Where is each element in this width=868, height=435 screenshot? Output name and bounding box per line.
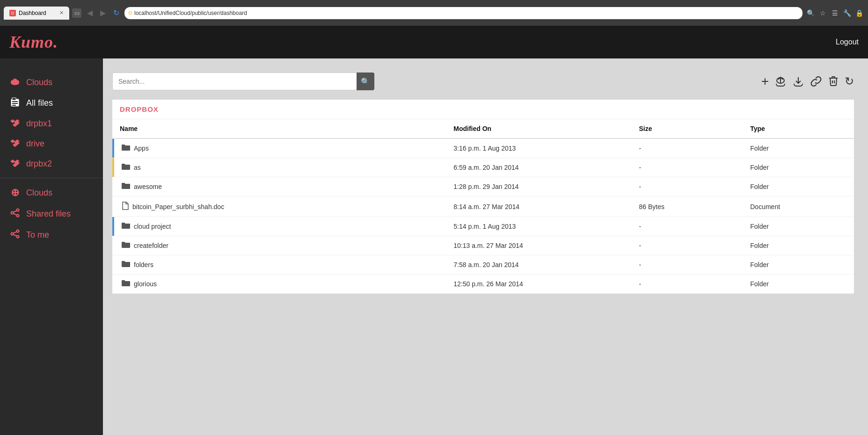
svg-point-26 (17, 215, 19, 217)
file-name: Apps (134, 145, 149, 152)
svg-point-24 (17, 209, 19, 211)
browser-nav: ◀ ▶ ↻ (84, 7, 122, 19)
cell-size: 86 Bytes (632, 196, 743, 217)
drpbx2-icon (9, 159, 21, 169)
cell-size: - (632, 217, 743, 236)
sidebar-item-to-me[interactable]: To me (0, 225, 103, 246)
table-row[interactable]: createfolder 10:13 a.m. 27 Mar 2014 - Fo… (112, 236, 854, 255)
zoom-btn[interactable]: 🔍 (805, 8, 816, 18)
search-icon: 🔍 (361, 77, 370, 86)
file-name: createfolder (134, 242, 168, 249)
table-row[interactable]: folders 7:58 a.m. 20 Jan 2014 - Folder (112, 255, 854, 275)
table-row[interactable]: as 6:59 a.m. 20 Jan 2014 - Folder (112, 158, 854, 177)
search-input[interactable] (112, 72, 374, 90)
sidebar-item-all-files[interactable]: All files (0, 93, 103, 114)
delete-button[interactable] (828, 75, 839, 87)
sidebar-item-drpbx1[interactable]: drpbx1 (0, 114, 103, 134)
app-header: Kumo. Logout (0, 26, 868, 58)
reload-btn[interactable]: ↻ (110, 7, 122, 19)
table-row[interactable]: glorious 12:50 p.m. 26 Mar 2014 - Folder (112, 275, 854, 294)
table-row[interactable]: bitcoin_Paper_surbhi_shah.doc 8:14 a.m. … (112, 196, 854, 217)
table-row[interactable]: cloud project 5:14 p.m. 1 Aug 2013 - Fol… (112, 217, 854, 236)
col-header-name: Name (112, 119, 446, 138)
file-name: awesome (134, 183, 162, 190)
sidebar-item-shared-files[interactable]: Shared files (0, 203, 103, 225)
main-layout: Clouds All files (0, 58, 868, 435)
col-header-modified: Modified On (446, 119, 631, 138)
svg-rect-7 (12, 103, 18, 104)
address-bar[interactable]: ⊙ localhost/UnifiedCloud/public/user/das… (124, 7, 802, 19)
cell-name: as (112, 158, 446, 177)
sidebar-item-clouds-add[interactable]: ⊕ Clouds (0, 182, 103, 203)
cell-size: - (632, 158, 743, 177)
cell-name: createfolder (112, 236, 446, 255)
cell-name: cloud project (112, 217, 446, 236)
browser-chrome: D Dashboard ✕ ▭ ◀ ▶ ↻ ⊙ localhost/Unifie… (0, 0, 868, 26)
cell-modified: 8:14 a.m. 27 Mar 2014 (446, 196, 631, 217)
tab-favicon: D (9, 10, 16, 16)
table-row[interactable]: Apps 3:16 p.m. 1 Aug 2013 - Folder (112, 138, 854, 158)
svg-marker-10 (10, 119, 15, 123)
refresh-button[interactable]: ↻ (845, 75, 854, 88)
sidebar: Clouds All files (0, 58, 103, 435)
cell-size: - (632, 177, 743, 196)
forward-btn[interactable]: ▶ (97, 7, 109, 19)
svg-point-25 (11, 212, 14, 214)
cell-type: Folder (743, 158, 854, 177)
address-lock-icon: ⊙ (128, 10, 132, 16)
file-name: as (134, 164, 141, 171)
sidebar-item-drpbx2[interactable]: drpbx2 (0, 154, 103, 174)
toolbar-actions: + (761, 74, 854, 89)
cell-modified: 1:28 p.m. 29 Jan 2014 (446, 177, 631, 196)
file-table: Name Modified On Size Type Apps 3:16 p.m… (112, 119, 854, 294)
col-header-size: Size (632, 119, 743, 138)
link-button[interactable] (810, 75, 822, 87)
cell-name: bitcoin_Paper_surbhi_shah.doc (112, 196, 446, 217)
svg-point-31 (17, 236, 19, 238)
menu-btn[interactable]: ☰ (830, 8, 840, 18)
browser-actions: 🔍 ☆ ☰ 🔧 🔒 (805, 8, 864, 18)
col-header-type: Type (743, 119, 854, 138)
cell-name: glorious (112, 275, 446, 294)
cell-type: Folder (743, 236, 854, 255)
cell-modified: 5:14 p.m. 1 Aug 2013 (446, 217, 631, 236)
shared-files-icon (9, 208, 21, 220)
logout-button[interactable]: Logout (836, 38, 859, 46)
svg-marker-15 (10, 139, 15, 143)
file-name: folders (134, 261, 153, 268)
cell-name: Apps (112, 138, 446, 158)
cell-type: Document (743, 196, 854, 217)
cell-size: - (632, 236, 743, 255)
new-tab-btn[interactable]: ▭ (72, 8, 81, 18)
sidebar-item-clouds[interactable]: Clouds (0, 72, 103, 93)
svg-point-29 (17, 230, 19, 232)
settings-btn[interactable]: 🔧 (842, 8, 852, 18)
bookmark-btn[interactable]: ☆ (817, 8, 828, 18)
drive-icon (9, 138, 21, 149)
cloud-label: DROPBOX (112, 100, 854, 119)
sidebar-divider (0, 178, 103, 178)
sidebar-label-all-files: All files (26, 98, 53, 108)
table-row[interactable]: awesome 1:28 p.m. 29 Jan 2014 - Folder (112, 177, 854, 196)
file-name: cloud project (134, 223, 171, 230)
back-btn[interactable]: ◀ (84, 7, 95, 19)
file-table-wrapper[interactable]: Name Modified On Size Type Apps 3:16 p.m… (112, 119, 854, 294)
cell-name: awesome (112, 177, 446, 196)
cell-modified: 7:58 a.m. 20 Jan 2014 (446, 255, 631, 275)
upload-button[interactable] (774, 75, 787, 87)
cell-type: Folder (743, 217, 854, 236)
svg-marker-20 (10, 160, 15, 163)
folder-icon (122, 241, 130, 250)
search-button[interactable]: 🔍 (357, 72, 374, 90)
download-button[interactable] (792, 75, 804, 87)
lock-btn[interactable]: 🔒 (854, 8, 864, 18)
cell-modified: 10:13 a.m. 27 Mar 2014 (446, 236, 631, 255)
add-button[interactable]: + (761, 74, 769, 89)
toolbar: 🔍 + (112, 72, 854, 90)
file-table-container: DROPBOX Name Modified On Size Type (112, 100, 854, 294)
sidebar-item-drive[interactable]: drive (0, 134, 103, 154)
browser-tab[interactable]: D Dashboard ✕ (4, 7, 69, 20)
folder-icon (122, 280, 130, 288)
tab-close-btn[interactable]: ✕ (59, 10, 64, 16)
cell-modified: 3:16 p.m. 1 Aug 2013 (446, 138, 631, 158)
